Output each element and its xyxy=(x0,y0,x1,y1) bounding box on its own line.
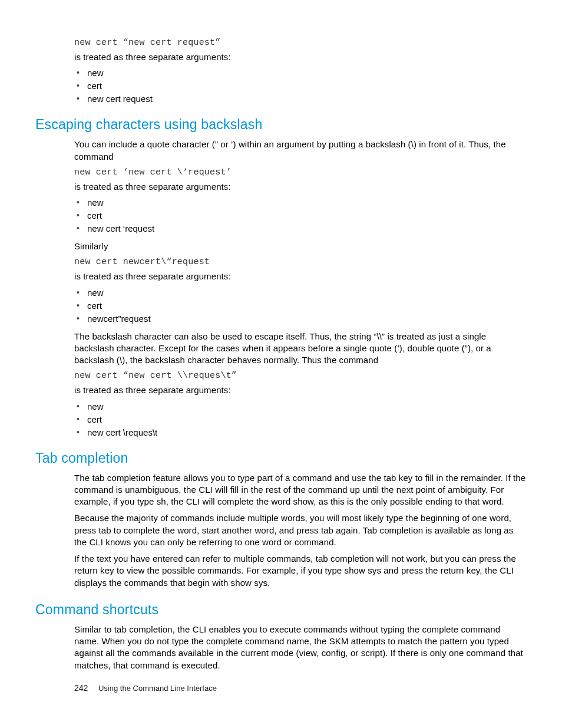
body-text: is treated as three separate arguments: xyxy=(74,181,527,193)
code-line: new cert “new cert request” xyxy=(74,38,527,48)
bullet-list: new cert newcert”request xyxy=(74,288,527,324)
body-text: Similar to tab completion, the CLI enabl… xyxy=(74,624,527,671)
page-footer: 242 Using the Command Line Interface xyxy=(74,683,217,693)
section-heading-command-shortcuts: Command shortcuts xyxy=(35,602,527,618)
body-text: is treated as three separate arguments: xyxy=(74,384,527,396)
list-item: new xyxy=(74,68,527,78)
bullet-list: new cert new cert request xyxy=(74,68,527,104)
section-heading-escaping: Escaping characters using backslash xyxy=(35,117,527,133)
body-text: is treated as three separate arguments: xyxy=(74,51,527,63)
code-line: new cert ‘new cert \‘request’ xyxy=(74,167,527,177)
list-item: cert xyxy=(74,414,527,424)
bullet-list: new cert new cert ‘request xyxy=(74,197,527,233)
list-item: new cert request xyxy=(74,94,527,104)
list-item: cert xyxy=(74,210,527,220)
list-item: newcert”request xyxy=(74,314,527,324)
list-item: new cert \reques\t xyxy=(74,427,527,437)
footer-title: Using the Command Line Interface xyxy=(98,684,217,693)
list-item: cert xyxy=(74,301,527,311)
code-line: new cert newcert\“request xyxy=(74,257,527,267)
body-text: The tab completion feature allows you to… xyxy=(74,472,527,508)
body-text: The backslash character can also be used… xyxy=(74,331,527,367)
document-page: new cert “new cert request” is treated a… xyxy=(0,0,562,728)
page-content: new cert “new cert request” is treated a… xyxy=(74,38,527,671)
list-item: cert xyxy=(74,81,527,91)
list-item: new cert ‘request xyxy=(74,223,527,233)
body-text: If the text you have entered can refer t… xyxy=(74,553,527,589)
bullet-list: new cert new cert \reques\t xyxy=(74,401,527,437)
list-item: new xyxy=(74,401,527,411)
body-text: Similarly xyxy=(74,241,527,252)
section-heading-tab-completion: Tab completion xyxy=(35,450,527,466)
code-line: new cert “new cert \\reques\t” xyxy=(74,371,527,381)
body-text: is treated as three separate arguments: xyxy=(74,271,527,282)
page-number: 242 xyxy=(74,683,88,693)
body-text: You can include a quote character (” or … xyxy=(74,139,527,163)
list-item: new xyxy=(74,197,527,207)
list-item: new xyxy=(74,288,527,298)
body-text: Because the majority of commands include… xyxy=(74,512,527,548)
